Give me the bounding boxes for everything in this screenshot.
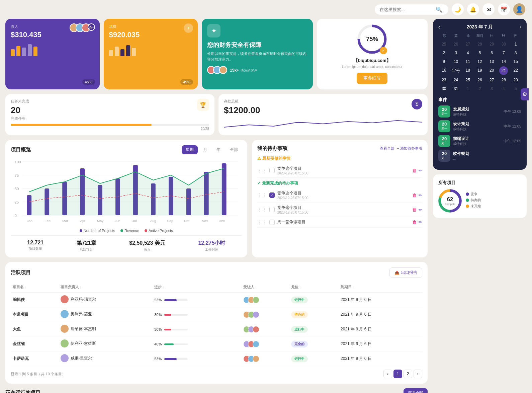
drag-handle-1[interactable]: ⋮⋮ (257, 168, 267, 173)
cal-day-26-other[interactable]: 26 (450, 40, 462, 48)
cal-day-27-other[interactable]: 27 (462, 40, 473, 48)
todo-edit-2[interactable]: ✏ (419, 193, 422, 198)
cal-day-10[interactable]: 10 (450, 58, 462, 66)
cell-status: 进行中 (289, 293, 339, 307)
cal-day-25[interactable]: 25 (462, 76, 473, 84)
cal-day-3-other[interactable]: 3 (486, 85, 498, 93)
event-date-num-2: 20 (440, 136, 448, 141)
drag-handle-3[interactable]: ⋮⋮ (257, 207, 267, 212)
page-1-btn[interactable]: 1 (393, 370, 402, 378)
next-page-btn[interactable]: › (414, 370, 422, 378)
view-all-btn[interactable]: 查看全部 (404, 388, 428, 393)
todo-edit-1[interactable]: ✏ (419, 168, 422, 173)
cal-day-4-other[interactable]: 4 (498, 85, 510, 93)
cal-day-we: 我们 (474, 33, 485, 38)
cell-progress: 53% (152, 293, 241, 307)
col-name[interactable]: 项目名 (11, 282, 59, 293)
todo-edit-3[interactable]: ✏ (419, 207, 422, 212)
avatar[interactable]: 👤 (513, 3, 525, 15)
cal-day-25-other[interactable]: 25 (438, 40, 450, 48)
col-status[interactable]: 龙位 (289, 282, 339, 293)
tab-month[interactable]: 月 (199, 145, 211, 154)
bell-icon-btn[interactable]: 🔔 (467, 3, 479, 15)
cal-day-24[interactable]: 24 (450, 76, 462, 84)
cal-day-14[interactable]: 14 (498, 58, 510, 66)
cal-day-20[interactable]: 20 (486, 66, 498, 75)
cal-day-3[interactable]: 3 (450, 49, 462, 57)
tab-all[interactable]: 全部 (226, 145, 242, 154)
cal-day-11[interactable]: 11 (462, 58, 473, 66)
tab-year[interactable]: 年 (212, 145, 225, 154)
todo-view-all[interactable]: 查看全部 (380, 146, 394, 151)
cal-day-5-other[interactable]: 5 (510, 85, 521, 93)
cal-day-8[interactable]: 8 (510, 49, 521, 57)
drag-handle-4[interactable]: ⋮⋮ (257, 220, 267, 225)
cal-day-23[interactable]: 23 (438, 76, 450, 84)
tab-week[interactable]: 星期 (182, 145, 198, 154)
cal-day-1[interactable]: 1 (510, 40, 521, 48)
todo-checkbox-3[interactable] (269, 207, 275, 212)
col-assignee[interactable]: 受让人 (241, 282, 289, 293)
search-input[interactable] (379, 7, 433, 12)
revenue-label: 收入 (11, 24, 94, 29)
cal-next-btn[interactable]: › (520, 24, 521, 30)
cal-day-17[interactable]: 17号 (450, 66, 462, 75)
cal-day-30-other[interactable]: 30 (498, 40, 510, 48)
todo-checkbox-2[interactable]: ✓ (269, 192, 275, 198)
cal-day-13[interactable]: 13 (486, 58, 498, 66)
cal-day-28[interactable]: 28 (498, 76, 510, 84)
cal-day-9[interactable]: 9 (438, 58, 450, 66)
col-due[interactable]: 到期日 (339, 282, 422, 293)
todo-delete-1[interactable]: 🗑 (412, 168, 417, 173)
todo-delete-2[interactable]: 🗑 (412, 193, 417, 198)
todo-checkbox-1[interactable] (269, 168, 275, 173)
todo-delete-4[interactable]: 🗑 (412, 220, 417, 225)
task-card: 任务未完成 20 完成任务 🏆 20/28 (5, 94, 214, 135)
svg-text:50: 50 (15, 187, 19, 191)
table-body: 编辑侠 利亚玛·瑞查尔 53% 进行中 2021 年 9 月 6 日 本道项目 (11, 293, 422, 366)
cal-day-28-other[interactable]: 28 (474, 40, 485, 48)
cal-day-6[interactable]: 6 (486, 49, 498, 57)
cal-day-22[interactable]: 22 (510, 66, 521, 75)
cal-prev-btn[interactable]: ‹ (438, 24, 440, 30)
page-2-btn[interactable]: 2 (404, 370, 412, 378)
cal-day-2-other[interactable]: 2 (474, 85, 485, 93)
svg-text:Jun: Jun (115, 219, 120, 223)
table-row: 编辑侠 利亚玛·瑞查尔 53% 进行中 2021 年 9 月 6 日 (11, 293, 422, 307)
moon-icon-btn[interactable]: 🌙 (452, 3, 464, 15)
todo-delete-3[interactable]: 🗑 (412, 207, 417, 212)
gear-btn[interactable]: ⚙ (521, 88, 529, 100)
cal-day-4[interactable]: 4 (462, 49, 473, 57)
cal-day-21[interactable]: 21 (499, 66, 508, 75)
cal-day-1-other[interactable]: 1 (462, 85, 473, 93)
cell-due: 2021 年 9 月 6 日 (339, 307, 422, 322)
todo-add[interactable]: + 添加待办事项 (397, 146, 422, 151)
customer-count: 15k+ (230, 68, 239, 73)
cal-day-19[interactable]: 19 (474, 66, 485, 75)
todo-edit-4[interactable]: ✏ (419, 220, 422, 225)
calendar-icon-btn[interactable]: 📅 (498, 3, 510, 15)
cal-day-12[interactable]: 12 (474, 58, 485, 66)
cal-day-27[interactable]: 27 (486, 76, 498, 84)
cal-day-15[interactable]: 15 (510, 58, 521, 66)
cal-day-29-other[interactable]: 29 (486, 40, 498, 48)
cal-day-31[interactable]: 31 (450, 85, 462, 93)
cal-day-5[interactable]: 5 (474, 49, 485, 57)
export-btn[interactable]: 📤 出口报告 (389, 267, 422, 278)
drag-handle-2[interactable]: ⋮⋮ (257, 192, 267, 198)
mail-icon-btn[interactable]: ✉ (482, 3, 495, 15)
todo-checkbox-4[interactable] (269, 220, 275, 225)
cal-day-16[interactable]: 16 (438, 66, 450, 75)
col-progress[interactable]: 进步 (152, 282, 241, 293)
cal-day-30[interactable]: 30 (438, 85, 450, 93)
col-manager[interactable]: 项目负责人 (59, 282, 152, 293)
search-box[interactable]: 🔍 (375, 4, 448, 15)
prev-page-btn[interactable]: ‹ (383, 370, 392, 378)
cal-day-7[interactable]: 7 (498, 49, 510, 57)
todo-item-1: ⋮⋮ 竞争这个项目 2023-12-26 07:15:00 🗑 ✏ (257, 163, 422, 178)
cal-day-26[interactable]: 26 (474, 76, 485, 84)
more-details-btn[interactable]: 更多细节 (357, 73, 387, 84)
cal-day-2[interactable]: 2 (438, 49, 450, 57)
cal-day-18[interactable]: 18 (462, 66, 473, 75)
cal-day-29[interactable]: 29 (510, 76, 521, 84)
